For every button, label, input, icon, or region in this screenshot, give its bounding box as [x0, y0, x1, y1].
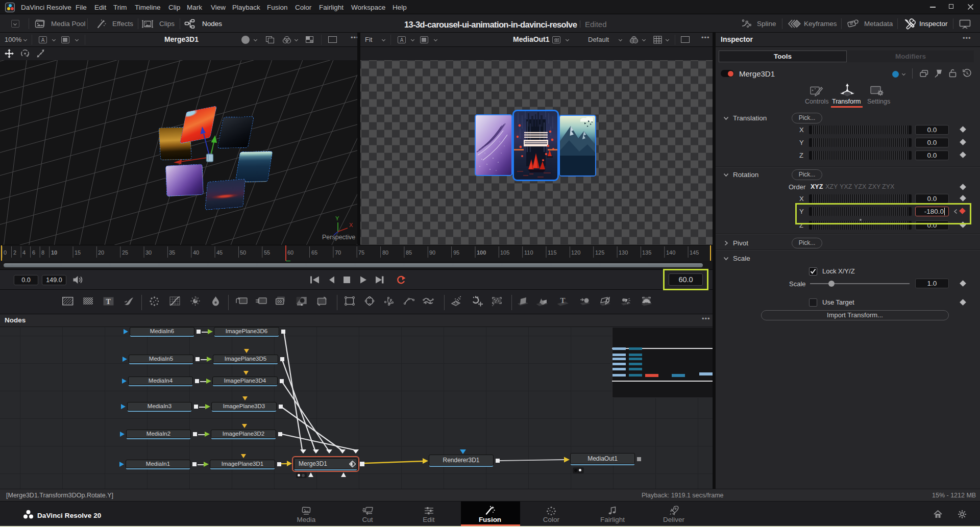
svg-text:X: X	[349, 222, 353, 228]
svg-text:Y: Y	[335, 215, 339, 221]
svg-text:T: T	[106, 298, 111, 306]
svg-text:T: T	[560, 296, 566, 305]
